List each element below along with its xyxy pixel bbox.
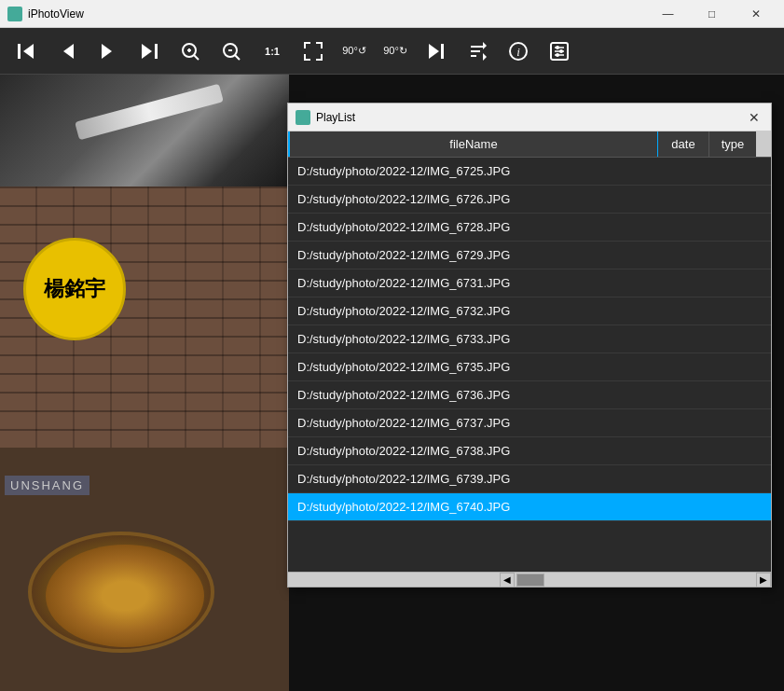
filename-cell: D:/study/photo/2022-12/IMG_6725.JPG [288,158,673,185]
sort-button[interactable] [461,35,494,68]
date-cell [673,465,724,492]
filename-cell: D:/study/photo/2022-12/IMG_6733.JPG [288,325,673,352]
table-row[interactable]: D:/study/photo/2022-12/IMG_6738.JPG [288,437,771,465]
table-row[interactable]: D:/study/photo/2022-12/IMG_6733.JPG [288,325,771,353]
svg-marker-18 [483,53,487,61]
dialog-titlebar: PlayList ✕ [288,104,771,131]
svg-marker-1 [23,44,34,59]
table-row[interactable]: D:/study/photo/2022-12/IMG_6731.JPG [288,269,771,297]
dialog-close-button[interactable]: ✕ [745,108,763,127]
date-cell [673,214,724,241]
date-cell [673,158,724,185]
info-button[interactable]: i [502,35,535,68]
photo-bottom-section: UNSHANG [0,448,289,691]
date-cell [673,325,724,352]
app-icon [7,7,22,21]
zoom-11-label: 1:1 [265,46,280,57]
svg-rect-0 [18,44,21,59]
unshang-sign: UNSHANG [5,476,89,495]
col-header-filename[interactable]: fileName [288,131,658,157]
filename-cell: D:/study/photo/2022-12/IMG_6736.JPG [288,381,673,408]
svg-marker-3 [102,44,112,59]
main-area: 楊銘宇 UNSHANG PlayList ✕ fileName date typ… [0,75,784,691]
playlist-table: fileName date type D:/study/photo/2022-1… [288,131,771,572]
food-dish [28,532,214,653]
rotate-cw-button[interactable]: 90°↻ [378,35,412,68]
table-row[interactable]: D:/study/photo/2022-12/IMG_6736.JPG [288,381,771,409]
close-button[interactable]: ✕ [735,1,777,27]
type-cell [724,325,771,352]
zoom-11-button[interactable]: 1:1 [255,35,289,68]
filename-cell: D:/study/photo/2022-12/IMG_6726.JPG [288,186,673,213]
svg-rect-4 [155,44,158,59]
type-cell [724,437,771,464]
date-cell [673,409,724,436]
next-frame-button[interactable] [91,35,125,68]
photo-display: 楊銘宇 UNSHANG [0,75,289,691]
table-header: fileName date type [288,131,771,158]
table-row[interactable]: D:/study/photo/2022-12/IMG_6729.JPG [288,242,771,269]
filename-cell: D:/study/photo/2022-12/IMG_6729.JPG [288,242,673,269]
table-row[interactable]: D:/study/photo/2022-12/IMG_6726.JPG [288,186,771,214]
col-header-type[interactable]: type [709,131,756,157]
zoom-in-button[interactable] [173,35,207,68]
table-row[interactable]: D:/study/photo/2022-12/IMG_6739.JPG [288,465,771,493]
fit-window-button[interactable] [296,35,330,68]
window-controls: — □ ✕ [647,1,777,27]
store-sign: 楊銘宇 [23,238,126,340]
skip-button[interactable] [420,35,453,68]
svg-marker-5 [142,44,152,59]
date-cell [673,493,724,520]
svg-marker-13 [429,44,439,59]
horizontal-scrollbar[interactable]: ◀ ▶ [288,572,771,587]
prev-frame-button[interactable] [50,35,84,68]
svg-marker-19 [483,42,487,49]
rotate-ccw-button[interactable]: 90°↺ [337,35,371,68]
minimize-button[interactable]: — [647,1,689,27]
filename-cell: D:/study/photo/2022-12/IMG_6737.JPG [288,409,673,436]
dialog-title: PlayList [316,111,745,124]
type-cell [724,381,771,408]
svg-point-26 [556,46,559,49]
first-frame-button[interactable] [9,35,43,68]
playlist-dialog: PlayList ✕ fileName date type D:/study/p… [287,103,772,587]
scroll-left-arrow[interactable]: ◀ [500,573,515,587]
table-row[interactable]: D:/study/photo/2022-12/IMG_6725.JPG [288,158,771,186]
table-row[interactable]: D:/study/photo/2022-12/IMG_6732.JPG [288,297,771,325]
filename-cell: D:/study/photo/2022-12/IMG_6732.JPG [288,297,673,325]
type-cell [724,186,771,213]
rotate-cw-label: 90°↻ [383,45,407,57]
col-header-date[interactable]: date [658,131,709,157]
date-cell [673,353,724,380]
date-cell [673,437,724,464]
table-row[interactable]: D:/study/photo/2022-12/IMG_6728.JPG [288,214,771,242]
type-cell [724,353,771,380]
type-cell [724,214,771,241]
last-frame-button[interactable] [132,35,166,68]
rotate-ccw-label: 90°↺ [342,45,366,57]
date-cell [673,297,724,325]
dialog-icon [296,110,310,125]
svg-point-28 [556,53,559,57]
photo-mid-section: 楊銘宇 [0,187,289,448]
app-title: iPhotoView [28,7,647,21]
h-scrollbar-thumb[interactable] [516,574,544,587]
maximize-button[interactable]: □ [691,1,733,27]
playlist-scroll-area[interactable]: D:/study/photo/2022-12/IMG_6725.JPGD:/st… [288,158,771,572]
svg-text:i: i [516,45,520,59]
filename-cell: D:/study/photo/2022-12/IMG_6739.JPG [288,465,673,492]
type-cell [724,493,771,520]
table-row[interactable]: D:/study/photo/2022-12/IMG_6737.JPG [288,409,771,437]
table-row[interactable]: D:/study/photo/2022-12/IMG_6740.JPG [288,493,771,521]
settings-button[interactable] [543,35,576,68]
filename-cell: D:/study/photo/2022-12/IMG_6728.JPG [288,214,673,241]
filename-cell: D:/study/photo/2022-12/IMG_6735.JPG [288,353,673,380]
date-cell [673,381,724,408]
svg-point-27 [559,49,563,53]
table-row[interactable]: D:/study/photo/2022-12/IMG_6735.JPG [288,353,771,381]
date-cell [673,269,724,297]
filename-cell: D:/study/photo/2022-12/IMG_6731.JPG [288,269,673,297]
zoom-out-button[interactable] [214,35,248,68]
scroll-right-arrow[interactable]: ▶ [756,573,771,587]
filename-cell: D:/study/photo/2022-12/IMG_6738.JPG [288,437,673,464]
